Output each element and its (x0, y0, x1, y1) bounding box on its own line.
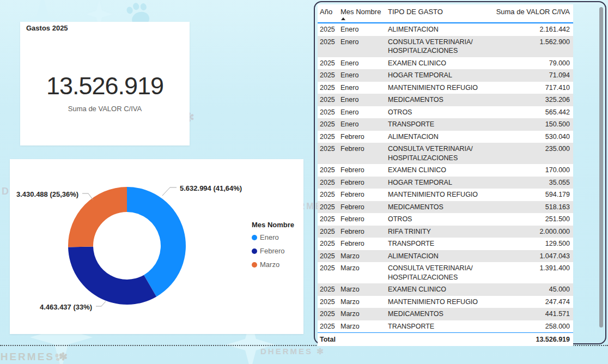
cell-mes: Marzo (341, 262, 388, 283)
legend-items: EneroFebreroMarzo (252, 233, 294, 269)
cell-valor: 518.163 (491, 201, 573, 214)
legend-item-febrero[interactable]: Febrero (252, 247, 294, 255)
donut-label-febrero: 4.463.437 (33%) (40, 303, 92, 311)
table-row[interactable]: 2025FebreroTRANSPORTE129.500 (318, 238, 573, 250)
cell-mes: Enero (341, 106, 388, 119)
column-header-valor[interactable]: Suma de VALOR C/IVA (491, 4, 573, 23)
cell-ano: 2025 (318, 189, 341, 201)
cell-valor: 235.000 (491, 143, 573, 164)
cell-ano: 2025 (318, 106, 341, 119)
table-row[interactable]: 2025FebreroHOGAR TEMPORAL35.055 (318, 177, 573, 189)
table-row[interactable]: 2025MarzoMANTENIMIENTO REFUGIO247.474 (318, 296, 573, 308)
table-row[interactable]: 2025EneroMANTENIMIENTO REFUGIO717.410 (318, 82, 573, 94)
cell-mes: Febrero (341, 164, 388, 177)
table-row[interactable]: 2025EneroOTROS565.442 (318, 106, 573, 119)
legend-dot-icon (252, 262, 257, 268)
cell-ano: 2025 (318, 201, 341, 214)
cell-valor: 129.500 (491, 238, 573, 250)
donut-label-enero: 5.632.994 (41,64%) (180, 184, 242, 192)
table-row[interactable]: 2025FebreroRIFA TRINITY2.000.000 (318, 226, 573, 238)
cell-valor: 1.047.043 (491, 250, 573, 263)
cell-valor: 71.094 (491, 69, 573, 82)
cell-tipo: TRANSPORTE (388, 238, 491, 250)
cell-ano: 2025 (318, 118, 341, 131)
cell-ano: 2025 (318, 213, 341, 226)
sort-ascending-icon (341, 17, 345, 20)
table-row[interactable]: 2025MarzoEXAMEN CLINICO45.000 (318, 283, 573, 296)
table-row[interactable]: 2025FebreroOTROS251.500 (318, 213, 573, 226)
table-scrollbar-thumb[interactable] (599, 7, 603, 327)
cell-valor: 2.000.000 (491, 226, 573, 238)
table-row[interactable]: 2025MarzoCONSULTA VETERINARIA/HOSPITALIZ… (318, 262, 573, 283)
cell-tipo: EXAMEN CLINICO (388, 57, 491, 70)
table-row[interactable]: 2025FebreroEXAMEN CLINICO170.000 (318, 164, 573, 177)
table-row[interactable]: 2025EneroMEDICAMENTOS325.206 (318, 94, 573, 106)
cell-mes: Enero (341, 36, 388, 57)
cell-ano: 2025 (318, 296, 341, 308)
cell-mes: Enero (341, 57, 388, 70)
cell-tipo: HOGAR TEMPORAL (388, 69, 491, 82)
column-header-mes-label: Mes Nombre (341, 8, 381, 16)
cell-tipo: ALIMENTACION (388, 250, 491, 263)
legend-item-label: Febrero (260, 247, 285, 255)
table-body: 2025EneroALIMENTACION2.161.4422025EneroC… (318, 23, 573, 333)
cell-ano: 2025 (318, 283, 341, 296)
table-row[interactable]: 2025FebreroMEDICAMENTOS518.163 (318, 201, 573, 214)
cell-mes: Enero (341, 69, 388, 82)
table-row[interactable]: 2025EneroTRANSPORTE150.500 (318, 118, 573, 131)
table-row[interactable]: 2025FebreroMANTENIMIENTO REFUGIO594.179 (318, 189, 573, 201)
cell-tipo: TRANSPORTE (388, 118, 491, 131)
table-row[interactable]: 2025FebreroCONSULTA VETERINARIA/HOSPITAL… (318, 143, 573, 164)
column-header-mes[interactable]: Mes Nombre (341, 4, 388, 23)
donut-chart-card: 5.632.994 (41,64%) 4.463.437 (33%) 3.430… (10, 159, 303, 334)
donut-slice-febrero[interactable] (68, 246, 156, 305)
table-row[interactable]: 2025EneroHOGAR TEMPORAL71.094 (318, 69, 573, 82)
cell-mes: Marzo (341, 250, 388, 263)
table-row[interactable]: 2025EneroALIMENTACION2.161.442 (318, 23, 573, 36)
table-row[interactable]: 2025FebreroALIMENTACION530.040 (318, 131, 573, 143)
kpi-measure-label: Suma de VALOR C/IVA (20, 105, 190, 113)
cell-mes: Febrero (341, 213, 388, 226)
table-row[interactable]: 2025MarzoTRANSPORTE258.000 (318, 320, 573, 333)
table-row[interactable]: 2025EneroCONSULTA VETERINARIA/HOSPITALIZ… (318, 36, 573, 57)
cell-tipo: MEDICAMENTOS (388, 94, 491, 106)
cell-valor: 35.055 (491, 177, 573, 189)
cell-valor: 251.500 (491, 213, 573, 226)
legend-item-label: Enero (260, 233, 279, 241)
watermark-text: DHERMES ✻ (260, 347, 325, 356)
legend-item-marzo[interactable]: Marzo (252, 260, 294, 269)
column-header-tipo[interactable]: TIPO DE GASTO (388, 4, 491, 23)
cell-tipo: OTROS (388, 213, 491, 226)
cell-ano: 2025 (318, 57, 341, 70)
cell-ano: 2025 (318, 308, 341, 320)
column-header-ano[interactable]: Año (318, 4, 341, 23)
cell-valor: 325.206 (491, 94, 573, 106)
cell-tipo: CONSULTA VETERINARIA/HOSPITALIZACIONES (388, 143, 491, 164)
donut-chart (67, 186, 187, 306)
table-row[interactable]: 2025MarzoALIMENTACION1.047.043 (318, 250, 573, 263)
table-visual-panel: Año Mes Nombre TIPO DE GASTO Suma de VAL… (314, 1, 606, 344)
cell-valor: 150.500 (491, 118, 573, 131)
cell-mes: Marzo (341, 283, 388, 296)
cell-tipo: ALIMENTACION (388, 131, 491, 143)
table-row[interactable]: 2025MarzoMEDICAMENTOS441.571 (318, 308, 573, 320)
legend-item-enero[interactable]: Enero (252, 233, 294, 241)
cell-valor: 2.161.442 (491, 23, 573, 36)
cell-mes: Marzo (341, 308, 388, 320)
cell-mes: Marzo (341, 320, 388, 333)
cell-mes: Enero (341, 82, 388, 94)
cell-mes: Febrero (341, 189, 388, 201)
cell-tipo: MANTENIMIENTO REFUGIO (388, 82, 491, 94)
cell-ano: 2025 (318, 82, 341, 94)
cell-ano: 2025 (318, 164, 341, 177)
table-row[interactable]: 2025EneroEXAMEN CLINICO79.000 (318, 57, 573, 70)
kpi-card-title: Gastos 2025 (26, 24, 68, 32)
table-grid: Año Mes Nombre TIPO DE GASTO Suma de VAL… (318, 4, 573, 346)
watermark-text: DHERMES ✻ (0, 350, 69, 363)
cell-valor: 1.391.400 (491, 262, 573, 283)
table-total-row: Total 13.526.919 (318, 333, 573, 347)
cell-tipo: MANTENIMIENTO REFUGIO (388, 189, 491, 201)
cell-mes: Febrero (341, 143, 388, 164)
cell-mes: Febrero (341, 177, 388, 189)
cell-valor: 45.000 (491, 283, 573, 296)
